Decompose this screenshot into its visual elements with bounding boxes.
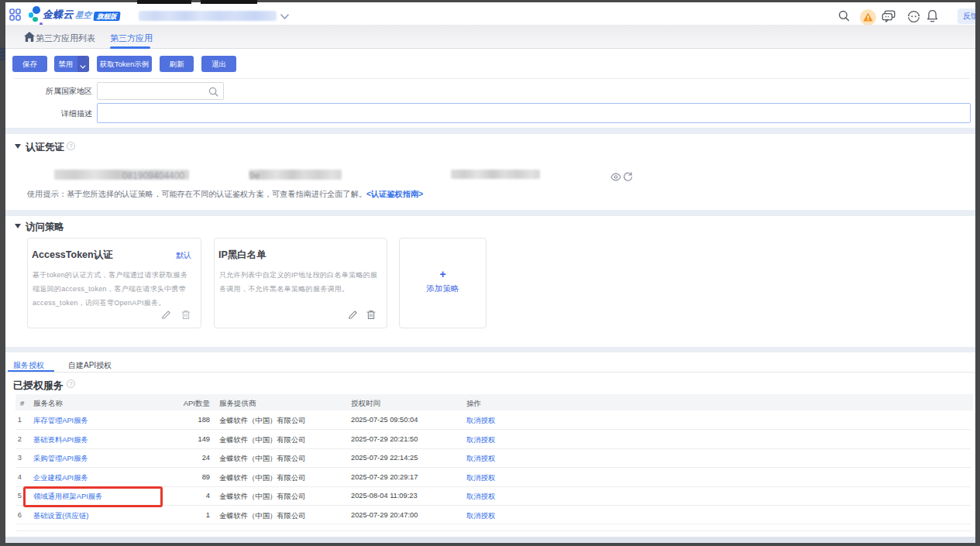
row-index: 6 bbox=[12, 511, 22, 519]
provider-cell: 金蝶软件（中国）有限公司 bbox=[219, 435, 306, 445]
warning-badge-icon[interactable] bbox=[860, 9, 876, 26]
usage-hint-text: 使用提示：基于您所选择的认证策略，可能存在不同的认证鉴权方案，可查看指南进行全面… bbox=[27, 190, 366, 198]
tab-third-party-app[interactable]: 第三方应用 bbox=[110, 33, 153, 44]
revoke-authorization-link[interactable]: 取消授权 bbox=[466, 416, 495, 426]
tab-custom-api-authorization[interactable]: 自建API授权 bbox=[68, 360, 112, 371]
background-window-strip bbox=[137, 0, 191, 4]
api-count-cell: 1 bbox=[148, 511, 210, 519]
services-tabs-border bbox=[5, 372, 975, 373]
refresh-button[interactable]: 刷新 bbox=[160, 56, 194, 72]
red-highlight-annotation bbox=[23, 486, 163, 507]
tab-service-authorization[interactable]: 服务授权 bbox=[13, 360, 44, 371]
table-row: 4 企业建模API服务 89 金蝶软件（中国）有限公司 2025-07-29 2… bbox=[0, 467, 980, 486]
regenerate-refresh-icon[interactable] bbox=[623, 172, 633, 182]
country-region-label: 所属国家地区 bbox=[0, 86, 92, 97]
service-name-link[interactable]: 基础设置(供应链) bbox=[33, 511, 88, 521]
search-icon[interactable] bbox=[838, 10, 850, 22]
masked-credential-field-2 bbox=[249, 170, 342, 180]
provider-cell: 金蝶软件（中国）有限公司 bbox=[219, 492, 306, 502]
policy-card-ip-list[interactable]: IP黑白名单 只允许列表中自定义的IP地址段的白名单策略的服务调用，不允许黑名单… bbox=[214, 238, 387, 328]
disable-button[interactable]: 禁用 bbox=[54, 56, 77, 72]
authorized-services-help-icon[interactable]: ? bbox=[67, 379, 75, 388]
brand-secondary: 星空 bbox=[75, 10, 91, 19]
table-row: 1 库存管理API服务 188 金蝶软件（中国）有限公司 2025-07-25 … bbox=[0, 410, 980, 429]
toolbar-divider bbox=[14, 78, 970, 79]
frame-bottom bbox=[0, 543, 980, 546]
service-name-link[interactable]: 采购管理API服务 bbox=[33, 454, 88, 464]
row-index: 5 bbox=[12, 492, 22, 500]
policy-card-desc: 只允许列表中自定义的IP地址段的白名单策略的服务调用，不允许黑名单策略的服务调用… bbox=[219, 268, 379, 297]
policy-card-desc: 基于token的认证方式，客户端通过请求获取服务端返回的access_token… bbox=[33, 268, 189, 311]
show-secret-eye-icon[interactable] bbox=[610, 173, 621, 181]
policy-collapse-caret[interactable] bbox=[15, 224, 21, 228]
home-icon[interactable] bbox=[23, 31, 36, 43]
revoke-authorization-link[interactable]: 取消授权 bbox=[466, 492, 495, 502]
default-badge: 默认 bbox=[176, 250, 191, 261]
workspace-chevron-down-icon[interactable] bbox=[280, 13, 290, 20]
delete-trash-icon[interactable] bbox=[181, 310, 191, 320]
credentials-help-icon[interactable]: ? bbox=[67, 142, 75, 150]
disable-dropdown-arrow[interactable] bbox=[77, 56, 89, 72]
col-action: 操作 bbox=[466, 399, 481, 409]
tab-third-party-app-list[interactable]: 第三方应用列表 bbox=[36, 33, 95, 44]
description-input[interactable] bbox=[97, 103, 971, 123]
delete-trash-icon[interactable] bbox=[366, 310, 376, 320]
masked-credential-digits: 081909404400 bbox=[122, 170, 184, 181]
revoke-authorization-link[interactable]: 取消授权 bbox=[466, 473, 495, 483]
edit-pencil-icon[interactable] bbox=[161, 310, 171, 320]
masked-credential-prefix: 9e bbox=[249, 170, 260, 181]
add-policy-label: 添加策略 bbox=[400, 283, 486, 294]
service-name-link[interactable]: 企业建模API服务 bbox=[33, 473, 88, 483]
section-separator bbox=[5, 210, 975, 216]
revoke-authorization-link[interactable]: 取消授权 bbox=[466, 435, 495, 445]
col-provider: 服务提供商 bbox=[219, 399, 256, 409]
notifications-bell-icon[interactable] bbox=[927, 9, 938, 23]
add-policy-card[interactable]: + 添加策略 bbox=[399, 238, 487, 328]
provider-cell: 金蝶软件（中国）有限公司 bbox=[219, 511, 306, 521]
lookup-magnifier-icon[interactable] bbox=[208, 87, 218, 97]
col-time: 授权时间 bbox=[351, 399, 380, 409]
authorized-services-title: 已授权服务 bbox=[13, 379, 64, 393]
brand-primary: 金蝶云 bbox=[43, 9, 74, 20]
save-button[interactable]: 保存 bbox=[12, 56, 47, 72]
background-window-fragment bbox=[0, 48, 5, 60]
apps-grid-icon[interactable] bbox=[9, 9, 21, 21]
assistant-smiley-icon[interactable] bbox=[907, 10, 920, 23]
auth-guide-link[interactable]: <认证鉴权指南> bbox=[366, 190, 423, 198]
table-footer-divider bbox=[15, 531, 971, 531]
api-count-cell: 149 bbox=[148, 435, 210, 443]
row-index: 4 bbox=[12, 473, 22, 481]
usage-hint: 使用提示：基于您所选择的认证策略，可能存在不同的认证鉴权方案，可查看指南进行全面… bbox=[27, 189, 423, 200]
policy-card-accesstoken[interactable]: AccessToken认证 默认 基于token的认证方式，客户端通过请求获取服… bbox=[27, 238, 201, 328]
col-index: # bbox=[20, 399, 24, 407]
col-name: 服务名称 bbox=[33, 399, 63, 409]
credentials-section-title: 认证凭证 bbox=[26, 141, 64, 154]
table-row: 2 基础资料API服务 149 金蝶软件（中国）有限公司 2025-07-29 … bbox=[0, 429, 980, 448]
row-index: 2 bbox=[12, 435, 22, 443]
exit-button[interactable]: 退出 bbox=[201, 56, 236, 72]
row-index: 1 bbox=[12, 416, 22, 424]
workspace-name-redacted[interactable] bbox=[139, 11, 277, 21]
service-name-link[interactable]: 基础资料API服务 bbox=[33, 435, 88, 445]
frame-right bbox=[975, 0, 980, 546]
plus-icon: + bbox=[400, 268, 486, 280]
time-cell: 2025-07-29 20:29:17 bbox=[351, 473, 418, 481]
service-name-link[interactable]: 库存管理API服务 bbox=[33, 416, 88, 426]
row-index: 3 bbox=[12, 454, 22, 462]
policy-section-title: 访问策略 bbox=[26, 221, 64, 234]
get-token-sample-button[interactable]: 获取Token示例 bbox=[97, 56, 152, 72]
country-region-input[interactable] bbox=[97, 82, 224, 100]
frame-left bbox=[0, 0, 5, 546]
provider-cell: 金蝶软件（中国）有限公司 bbox=[219, 416, 306, 426]
revoke-authorization-link[interactable]: 取消授权 bbox=[466, 511, 495, 521]
masked-credential-field-3 bbox=[451, 170, 540, 179]
api-count-cell: 24 bbox=[148, 454, 210, 462]
col-api-count: API数量 bbox=[148, 399, 210, 409]
table-row: 6 基础设置(供应链) 1 金蝶软件（中国）有限公司 2025-07-29 20… bbox=[0, 505, 980, 524]
revoke-authorization-link[interactable]: 取消授权 bbox=[466, 454, 495, 464]
credentials-collapse-caret[interactable] bbox=[15, 144, 21, 149]
messages-icon[interactable] bbox=[882, 10, 896, 23]
bottom-scroll-band bbox=[5, 537, 975, 543]
time-cell: 2025-07-29 22:14:25 bbox=[351, 454, 418, 462]
edit-pencil-icon[interactable] bbox=[348, 310, 358, 320]
